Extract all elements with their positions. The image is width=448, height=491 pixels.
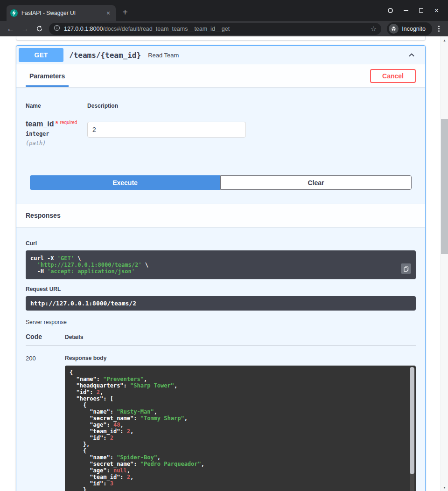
browser-tab[interactable]: FastAPI - Swagger UI × [7, 5, 116, 21]
team-id-input[interactable] [87, 122, 246, 138]
curl-command-text: curl -X 'GET' \ 'http://127.0.0.1:8000/t… [30, 255, 411, 275]
response-body-json: { "name": "Preventers", "headquarters": … [70, 369, 404, 491]
tab-strip: FastAPI - Swagger UI × + × [0, 0, 448, 21]
browser-toolbar: ← → 127.0.0.1:8000/docs#/default/read_te… [0, 21, 448, 36]
parameters-section: Name Description team_id*required intege… [16, 87, 425, 204]
parameter-row: team_id*required integer (path) [26, 114, 416, 146]
required-asterisk: * [55, 120, 58, 128]
clear-button[interactable]: Clear [220, 175, 412, 190]
scrollbar-up-arrow[interactable]: ▲ [441, 36, 448, 44]
request-url-label: Request URL [26, 286, 416, 292]
status-code: 200 [26, 352, 65, 491]
execute-button-group: Execute Clear [30, 175, 412, 190]
response-row: 200 Response body { "name": "Preventers"… [26, 346, 416, 491]
server-response-label: Server response [26, 319, 416, 325]
description-column-header: Description [87, 103, 118, 109]
cancel-button[interactable]: Cancel [370, 69, 416, 83]
responses-section: Curl curl -X 'GET' \ 'http://127.0.0.1:8… [16, 227, 425, 491]
url-bar[interactable]: 127.0.0.1:8000/docs#/default/read_team_t… [49, 23, 381, 35]
tab-title: FastAPI - Swagger UI [21, 10, 101, 16]
request-url-block: http://127.0.0.1:8000/teams/2 [26, 296, 416, 311]
new-tab-button[interactable]: + [119, 6, 132, 19]
browser-menu-icon[interactable] [433, 28, 444, 29]
page-scrollbar-thumb[interactable] [441, 119, 448, 254]
swagger-page: GET /teams/{team_id} Read Team Parameter… [0, 36, 441, 491]
incognito-label: Incognito [402, 26, 426, 32]
parameters-table-head: Name Description [26, 96, 416, 114]
code-column-header: Code [26, 333, 65, 340]
tab-close-icon[interactable]: × [105, 9, 112, 17]
media-controls-icon[interactable] [383, 0, 398, 21]
curl-label: Curl [26, 240, 416, 247]
execute-button[interactable]: Execute [30, 175, 220, 190]
tab-parameters-label: Parameters [29, 72, 65, 80]
parameters-header: Parameters Cancel [16, 64, 425, 87]
collapse-chevron-icon[interactable] [407, 50, 423, 60]
response-body-scrollbar[interactable] [410, 367, 414, 491]
url-path: /docs#/default/read_team_teams__team_id_… [103, 26, 230, 32]
reload-button[interactable] [33, 22, 46, 35]
parameter-location: (path) [26, 140, 87, 146]
url-host: 127.0.0.1:8000 [64, 26, 103, 32]
response-body-scrollbar-thumb[interactable] [410, 367, 414, 474]
tab-parameters[interactable]: Parameters [26, 72, 69, 80]
incognito-badge: Incognito [387, 22, 432, 35]
window-close-button[interactable]: × [429, 0, 444, 21]
endpoint-summary: Read Team [148, 52, 179, 59]
scrollbar-down-arrow[interactable]: ▼ [441, 484, 448, 491]
required-label: required [60, 120, 77, 125]
window-controls: × [383, 0, 448, 21]
forward-button[interactable]: → [18, 22, 32, 35]
incognito-icon [389, 24, 399, 34]
response-body-label: Response body [65, 355, 416, 361]
page-info-icon[interactable] [54, 25, 60, 33]
minimize-button[interactable] [398, 0, 413, 21]
name-column-header: Name [26, 103, 87, 109]
page-scrollbar[interactable]: ▲ ▼ [441, 36, 448, 491]
responses-header: Responses [16, 204, 425, 227]
maximize-button[interactable] [413, 0, 429, 21]
fastapi-favicon-icon [10, 9, 18, 17]
previous-section-edge [16, 36, 426, 41]
endpoint-path: /teams/{team_id} [69, 51, 141, 60]
back-button[interactable]: ← [4, 22, 17, 35]
responses-heading: Responses [26, 212, 61, 219]
opblock-summary[interactable]: GET /teams/{team_id} Read Team [16, 46, 425, 64]
response-body-block: { "name": "Preventers", "headquarters": … [65, 366, 416, 491]
method-badge: GET [19, 48, 63, 62]
response-table-head: Code Details [26, 325, 416, 346]
bookmark-star-icon[interactable]: ☆ [371, 25, 377, 33]
curl-command-block: curl -X 'GET' \ 'http://127.0.0.1:8000/t… [26, 250, 416, 279]
details-column-header: Details [65, 334, 83, 340]
opblock-get-team: GET /teams/{team_id} Read Team Parameter… [16, 45, 426, 491]
url-text[interactable]: 127.0.0.1:8000/docs#/default/read_team_t… [64, 26, 367, 32]
parameter-name: team_id*required [26, 120, 87, 128]
copy-to-clipboard-button[interactable] [401, 263, 411, 274]
parameter-type: integer [26, 131, 87, 137]
